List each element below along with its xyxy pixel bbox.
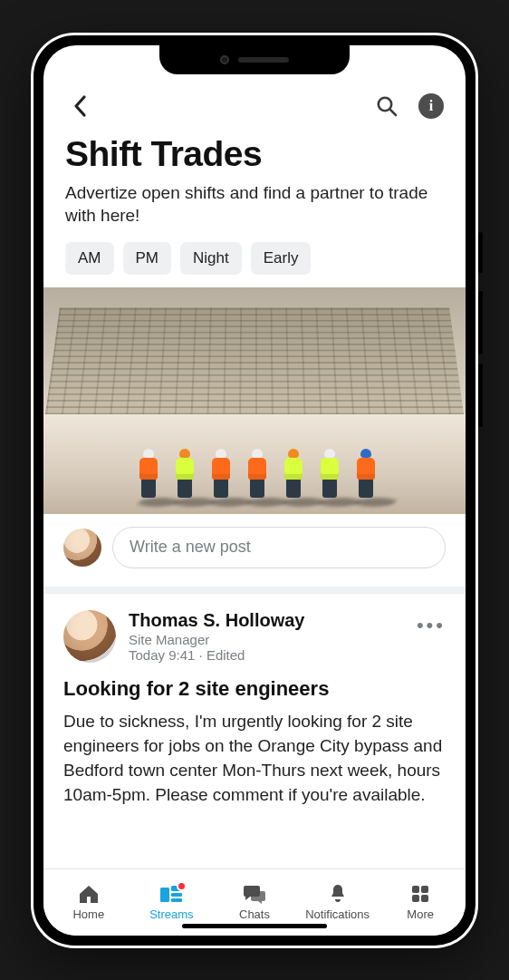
post-body: Due to sickness, I'm urgently looking fo… bbox=[63, 710, 446, 808]
screen: i Shift Trades Advertize open shifts and… bbox=[43, 45, 466, 936]
post-author[interactable]: Thomas S. Holloway bbox=[129, 610, 400, 631]
home-icon bbox=[77, 883, 101, 905]
search-icon bbox=[375, 94, 399, 118]
svg-rect-7 bbox=[421, 886, 428, 893]
tab-home[interactable]: Home bbox=[47, 883, 130, 921]
svg-rect-5 bbox=[171, 898, 182, 902]
phone-frame: i Shift Trades Advertize open shifts and… bbox=[31, 33, 478, 948]
bell-icon bbox=[327, 883, 349, 905]
chevron-left-icon bbox=[72, 93, 90, 119]
grid-icon bbox=[409, 883, 431, 905]
page-header: Shift Trades Advertize open shifts and f… bbox=[43, 129, 466, 287]
tab-label: Streams bbox=[149, 907, 193, 921]
info-button[interactable]: i bbox=[418, 93, 444, 119]
tab-label: Chats bbox=[239, 907, 270, 921]
svg-rect-4 bbox=[171, 893, 182, 897]
svg-line-1 bbox=[390, 109, 397, 115]
chip-night[interactable]: Night bbox=[180, 242, 242, 275]
more-horizontal-icon: ••• bbox=[417, 614, 446, 636]
search-button[interactable] bbox=[371, 91, 402, 121]
tab-more[interactable]: More bbox=[379, 883, 462, 921]
post-role: Site Manager bbox=[129, 632, 400, 647]
chats-icon bbox=[242, 883, 267, 905]
compose-input[interactable]: Write a new post bbox=[112, 527, 446, 568]
page-title: Shift Trades bbox=[65, 134, 444, 174]
page-subtitle: Advertize open shifts and find a partner… bbox=[65, 181, 444, 228]
chip-pm[interactable]: PM bbox=[123, 242, 172, 275]
tab-label: Home bbox=[72, 907, 104, 921]
volume-up-button bbox=[478, 291, 483, 354]
chip-early[interactable]: Early bbox=[251, 242, 312, 275]
post-title: Looking for 2 site engineers bbox=[63, 677, 446, 701]
post-timestamp: Today 9:41 · Edited bbox=[129, 647, 400, 663]
avatar[interactable] bbox=[63, 529, 101, 567]
cover-image bbox=[43, 287, 466, 514]
post-avatar[interactable] bbox=[63, 610, 116, 663]
volume-down-button bbox=[478, 364, 483, 427]
tab-chats[interactable]: Chats bbox=[213, 883, 296, 921]
badge-dot bbox=[177, 881, 187, 891]
svg-rect-6 bbox=[412, 886, 419, 893]
notch bbox=[159, 45, 350, 74]
post: Thomas S. Holloway Site Manager Today 9:… bbox=[43, 594, 466, 808]
filter-chips: AM PM Night Early bbox=[65, 242, 444, 275]
chip-am[interactable]: AM bbox=[65, 242, 114, 275]
tab-notifications[interactable]: Notifications bbox=[296, 883, 379, 921]
svg-rect-8 bbox=[412, 895, 419, 902]
post-more-button[interactable]: ••• bbox=[413, 610, 446, 637]
svg-rect-9 bbox=[421, 895, 428, 902]
tab-label: Notifications bbox=[305, 907, 370, 921]
info-icon: i bbox=[429, 98, 433, 114]
bottom-tab-bar: Home Streams bbox=[43, 868, 466, 936]
back-button[interactable] bbox=[65, 91, 96, 121]
compose-row: Write a new post bbox=[43, 514, 466, 594]
tab-label: More bbox=[407, 907, 434, 921]
svg-rect-2 bbox=[160, 888, 169, 902]
tab-streams[interactable]: Streams bbox=[130, 883, 214, 921]
home-indicator[interactable] bbox=[182, 924, 327, 928]
power-button bbox=[478, 232, 483, 273]
compose-placeholder: Write a new post bbox=[130, 538, 251, 557]
